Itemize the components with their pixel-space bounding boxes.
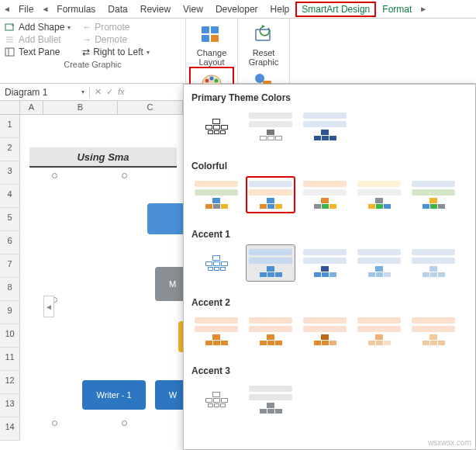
- sheet-title-cell: Using Sma: [29, 147, 177, 168]
- tab-file[interactable]: File: [12, 2, 40, 17]
- promote-button: ← Promote: [82, 21, 181, 33]
- demote-label: Demote: [95, 34, 127, 45]
- color-swatch[interactable]: [191, 244, 241, 282]
- reset-graphic-button[interactable]: Reset Graphic: [241, 20, 286, 67]
- arrow-left-icon: ←: [82, 22, 91, 33]
- watermark: wsxwsx.com: [428, 438, 471, 447]
- resize-handle[interactable]: [122, 173, 127, 178]
- rtl-label: Right to Left: [93, 47, 143, 57]
- change-layout-button[interactable]: Change Layout: [189, 20, 234, 67]
- row-header[interactable]: 1: [0, 115, 20, 138]
- color-swatch-selected[interactable]: [246, 244, 295, 282]
- tab-help[interactable]: Help: [264, 2, 296, 17]
- row-header[interactable]: 5: [0, 208, 20, 231]
- add-shape-button[interactable]: + Add Shape ▾: [5, 21, 79, 33]
- change-layout-icon: [199, 23, 224, 47]
- svg-rect-7: [202, 26, 209, 33]
- tab-smartart-design[interactable]: SmartArt Design: [295, 2, 376, 17]
- dd-section-title: Accent 2: [191, 297, 467, 308]
- svg-rect-5: [5, 48, 14, 56]
- tab-format[interactable]: Format: [376, 2, 418, 17]
- ribbon-tabs: ◄ File ◄ Formulas Data Review View Devel…: [0, 0, 476, 19]
- color-swatch[interactable]: [409, 244, 458, 282]
- reset-icon: [251, 23, 276, 47]
- svg-rect-10: [211, 35, 219, 42]
- svg-marker-19: [262, 25, 265, 28]
- color-swatch[interactable]: [191, 108, 241, 145]
- color-swatch[interactable]: [300, 176, 350, 213]
- promote-label: Promote: [95, 22, 129, 33]
- add-bullet-button: Add Bullet: [5, 33, 79, 46]
- group-label-create-graphic: Create Graphic: [5, 60, 181, 69]
- color-swatch[interactable]: [246, 381, 295, 418]
- color-swatch[interactable]: [246, 313, 295, 350]
- row-header[interactable]: 4: [0, 185, 20, 208]
- row-header[interactable]: 7: [0, 254, 20, 278]
- tab-data[interactable]: Data: [102, 2, 133, 17]
- svg-text:+: +: [11, 22, 15, 29]
- text-pane-toggle[interactable]: ◄: [43, 296, 54, 317]
- color-swatch[interactable]: [300, 108, 350, 145]
- color-swatch[interactable]: [354, 313, 404, 350]
- tab-review[interactable]: Review: [134, 2, 177, 17]
- add-bullet-icon: [5, 34, 16, 45]
- formula-bar-tools: ✕ ✓ fx: [90, 87, 129, 97]
- col-header[interactable]: C: [118, 101, 183, 114]
- color-swatch-highlighted[interactable]: [246, 176, 295, 213]
- fx-icon[interactable]: fx: [118, 87, 125, 97]
- col-header[interactable]: A: [20, 101, 43, 114]
- color-swatch[interactable]: [191, 313, 241, 350]
- change-colors-dropdown: Primary Theme Colors Colorful Accent 1 A…: [183, 84, 476, 450]
- row-header[interactable]: 13: [0, 394, 20, 417]
- dd-section-title: Accent 3: [191, 365, 467, 376]
- color-swatch[interactable]: [409, 313, 458, 350]
- select-all-triangle[interactable]: [0, 101, 20, 114]
- smartart-node[interactable]: Writer - 1: [82, 380, 146, 410]
- row-header[interactable]: 6: [0, 231, 20, 254]
- smartart-selection-box[interactable]: ◄ M Writer - 1 W: [54, 175, 194, 424]
- name-box-value: Diagram 1: [5, 87, 47, 98]
- tabs-scroll-1[interactable]: ◄: [40, 5, 50, 13]
- row-header[interactable]: 2: [0, 138, 20, 161]
- color-swatch[interactable]: [354, 244, 404, 282]
- row-header[interactable]: 3: [0, 161, 20, 185]
- cancel-icon[interactable]: ✕: [95, 87, 102, 97]
- change-layout-label: Change Layout: [197, 48, 227, 67]
- add-bullet-label: Add Bullet: [19, 34, 61, 45]
- text-pane-icon: [5, 47, 16, 57]
- enter-icon[interactable]: ✓: [106, 87, 113, 97]
- rtl-button[interactable]: ⇄ Right to Left ▾: [82, 46, 181, 58]
- add-shape-icon: +: [5, 22, 16, 33]
- dd-section-title: Primary Theme Colors: [191, 92, 467, 103]
- name-box[interactable]: Diagram 1 ▾: [0, 87, 90, 98]
- resize-handle[interactable]: [122, 421, 127, 426]
- tab-developer[interactable]: Developer: [209, 2, 264, 17]
- resize-handle[interactable]: [52, 173, 57, 178]
- row-header[interactable]: 14: [0, 417, 20, 441]
- color-swatch[interactable]: [191, 381, 241, 418]
- reset-graphic-label: Reset Graphic: [249, 48, 279, 67]
- resize-handle[interactable]: [52, 421, 57, 426]
- text-pane-label: Text Pane: [19, 47, 60, 57]
- col-header[interactable]: B: [43, 101, 118, 114]
- tab-view[interactable]: View: [177, 2, 209, 17]
- chevron-down-icon: ▾: [147, 49, 150, 56]
- add-shape-label: Add Shape: [19, 22, 64, 33]
- color-swatch[interactable]: [191, 176, 241, 213]
- tabs-scroll-right[interactable]: ►: [418, 5, 429, 13]
- tabs-scroll-left[interactable]: ◄: [2, 5, 12, 13]
- row-header[interactable]: 10: [0, 324, 20, 348]
- row-header[interactable]: 8: [0, 278, 20, 301]
- color-swatch[interactable]: [246, 108, 295, 145]
- color-swatch[interactable]: [354, 176, 404, 213]
- svg-point-13: [210, 77, 214, 81]
- color-swatch[interactable]: [409, 176, 458, 213]
- row-header[interactable]: 11: [0, 348, 20, 371]
- row-header[interactable]: 12: [0, 371, 20, 394]
- color-swatch[interactable]: [300, 244, 350, 282]
- row-header[interactable]: 9: [0, 301, 20, 324]
- tab-formulas[interactable]: Formulas: [50, 2, 102, 17]
- color-swatch[interactable]: [300, 313, 350, 350]
- text-pane-button[interactable]: Text Pane: [5, 46, 79, 58]
- dd-section-title: Colorful: [191, 161, 467, 171]
